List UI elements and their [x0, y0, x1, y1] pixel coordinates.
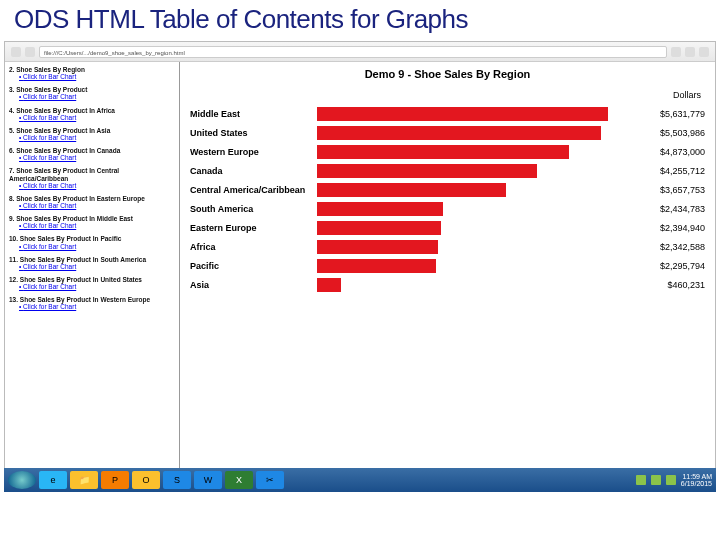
toc-item: 5. Shoe Sales By Product In AsiaClick fo… [9, 127, 175, 141]
toc-item: 8. Shoe Sales By Product In Eastern Euro… [9, 195, 175, 209]
y-axis-label: Dollars [190, 90, 705, 100]
windows-taskbar[interactable]: e 📁 P O S W X ✂ 11:59 AM 6/19/2015 [4, 468, 716, 492]
bar [317, 183, 506, 197]
chart-row: United States$5,503,986 [190, 123, 705, 142]
value-label: $4,873,000 [629, 147, 705, 157]
taskbar-app-snip[interactable]: ✂ [256, 471, 284, 489]
value-label: $3,657,753 [629, 185, 705, 195]
bar-cell [315, 126, 629, 140]
chart-row: Western Europe$4,873,000 [190, 142, 705, 161]
value-label: $4,255,712 [629, 166, 705, 176]
bar-cell [315, 202, 629, 216]
chart-row: Middle East$5,631,779 [190, 104, 705, 123]
toc-link[interactable]: Click for Bar Chart [19, 114, 175, 121]
chart-row: Eastern Europe$2,394,940 [190, 218, 705, 237]
bar-cell [315, 221, 629, 235]
toc-link[interactable]: Click for Bar Chart [19, 134, 175, 141]
forward-button[interactable] [25, 47, 35, 57]
toc-link[interactable]: Click for Bar Chart [19, 263, 175, 270]
address-bar[interactable]: file:///C:/Users/.../demo9_shoe_sales_by… [39, 46, 667, 58]
bar [317, 240, 438, 254]
chart-row: Asia$460,231 [190, 275, 705, 294]
toc-item: 6. Shoe Sales By Product In CanadaClick … [9, 147, 175, 161]
bar [317, 259, 436, 273]
bar [317, 164, 537, 178]
category-label: Asia [190, 280, 315, 290]
bar-cell [315, 259, 629, 273]
system-tray-clock[interactable]: 11:59 AM 6/19/2015 [681, 473, 712, 487]
toc-item-title: 2. Shoe Sales By Region [9, 66, 175, 73]
toc-item-title: 5. Shoe Sales By Product In Asia [9, 127, 175, 134]
favorites-icon[interactable] [685, 47, 695, 57]
taskbar-app-ie[interactable]: e [39, 471, 67, 489]
taskbar-app-explorer[interactable]: 📁 [70, 471, 98, 489]
bar-cell [315, 240, 629, 254]
value-label: $2,434,783 [629, 204, 705, 214]
start-button[interactable] [8, 471, 36, 489]
toc-item: 3. Shoe Sales By ProductClick for Bar Ch… [9, 86, 175, 100]
chart-row: Central America/Caribbean$3,657,753 [190, 180, 705, 199]
toc-item: 4. Shoe Sales By Product In AfricaClick … [9, 107, 175, 121]
toc-item: 12. Shoe Sales By Product In United Stat… [9, 276, 175, 290]
toc-item-title: 6. Shoe Sales By Product In Canada [9, 147, 175, 154]
toc-link[interactable]: Click for Bar Chart [19, 222, 175, 229]
bar-cell [315, 278, 629, 292]
value-label: $2,394,940 [629, 223, 705, 233]
toc-item-title: 11. Shoe Sales By Product In South Ameri… [9, 256, 175, 263]
chart-row: Canada$4,255,712 [190, 161, 705, 180]
slide-title: ODS HTML Table of Contents for Graphs [0, 0, 720, 41]
category-label: Middle East [190, 109, 315, 119]
browser-toolbar: file:///C:/Users/.../demo9_shoe_sales_by… [5, 42, 715, 62]
chart-row: South America$2,434,783 [190, 199, 705, 218]
toc-item-title: 13. Shoe Sales By Product In Western Eur… [9, 296, 175, 303]
toc-link[interactable]: Click for Bar Chart [19, 154, 175, 161]
toc-link[interactable]: Click for Bar Chart [19, 303, 175, 310]
toc-link[interactable]: Click for Bar Chart [19, 93, 175, 100]
html-frameset: 2. Shoe Sales By RegionClick for Bar Cha… [5, 62, 715, 475]
bar [317, 145, 569, 159]
category-label: United States [190, 128, 315, 138]
browser-window: file:///C:/Users/.../demo9_shoe_sales_by… [4, 41, 716, 476]
value-label: $5,631,779 [629, 109, 705, 119]
bar [317, 278, 341, 292]
taskbar-app-outlook[interactable]: O [132, 471, 160, 489]
value-label: $2,342,588 [629, 242, 705, 252]
toc-item: 7. Shoe Sales By Product In Central Amer… [9, 167, 175, 188]
toc-link[interactable]: Click for Bar Chart [19, 182, 175, 189]
bar [317, 221, 441, 235]
bar-chart: Middle East$5,631,779United States$5,503… [190, 104, 705, 294]
toc-item-title: 4. Shoe Sales By Product In Africa [9, 107, 175, 114]
bar-cell [315, 107, 629, 121]
toc-item-title: 12. Shoe Sales By Product In United Stat… [9, 276, 175, 283]
category-label: Africa [190, 242, 315, 252]
toc-link[interactable]: Click for Bar Chart [19, 283, 175, 290]
tray-icon[interactable] [651, 475, 661, 485]
taskbar-app-excel[interactable]: X [225, 471, 253, 489]
toc-link[interactable]: Click for Bar Chart [19, 202, 175, 209]
chart-row: Africa$2,342,588 [190, 237, 705, 256]
toc-item-title: 8. Shoe Sales By Product In Eastern Euro… [9, 195, 175, 202]
tools-icon[interactable] [699, 47, 709, 57]
toc-item: 2. Shoe Sales By RegionClick for Bar Cha… [9, 66, 175, 80]
tray-icon[interactable] [636, 475, 646, 485]
taskbar-app-powerpoint[interactable]: P [101, 471, 129, 489]
chart-row: Pacific$2,295,794 [190, 256, 705, 275]
toc-item-title: 9. Shoe Sales By Product In Middle East [9, 215, 175, 222]
home-icon[interactable] [671, 47, 681, 57]
toc-link[interactable]: Click for Bar Chart [19, 73, 175, 80]
taskbar-app-word[interactable]: W [194, 471, 222, 489]
category-label: Central America/Caribbean [190, 185, 315, 195]
bar [317, 202, 443, 216]
toc-link[interactable]: Click for Bar Chart [19, 243, 175, 250]
back-button[interactable] [11, 47, 21, 57]
category-label: Eastern Europe [190, 223, 315, 233]
bar-cell [315, 164, 629, 178]
toc-item: 11. Shoe Sales By Product In South Ameri… [9, 256, 175, 270]
category-label: Western Europe [190, 147, 315, 157]
toc-item-title: 7. Shoe Sales By Product In Central Amer… [9, 167, 175, 181]
toc-item: 13. Shoe Sales By Product In Western Eur… [9, 296, 175, 310]
tray-icon[interactable] [666, 475, 676, 485]
category-label: Pacific [190, 261, 315, 271]
taskbar-app-sas[interactable]: S [163, 471, 191, 489]
bar [317, 107, 608, 121]
